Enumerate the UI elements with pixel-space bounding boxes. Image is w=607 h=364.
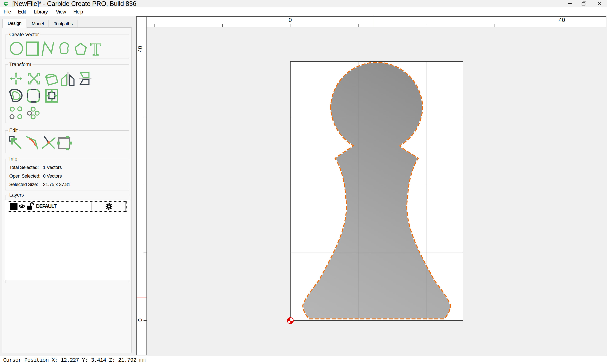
svg-text:T: T [90,42,101,56]
